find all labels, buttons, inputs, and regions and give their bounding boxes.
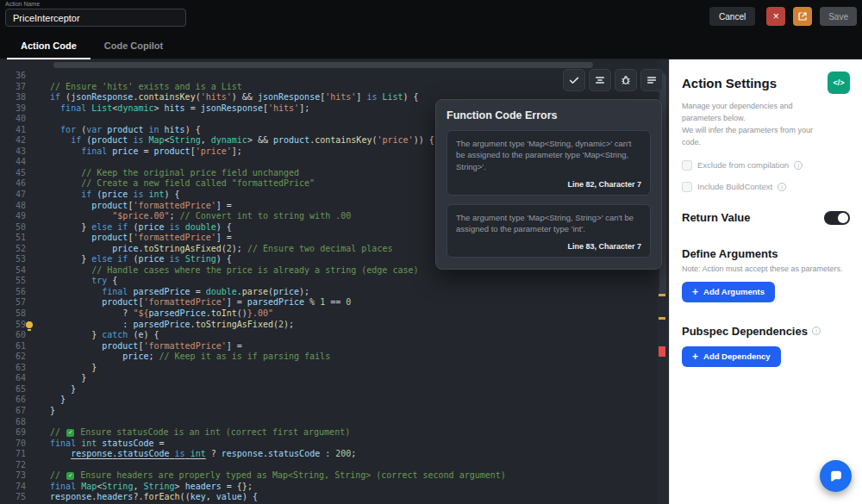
code-line[interactable]: 73 // ✓ Ensure headers are properly type… — [0, 470, 657, 482]
add-arguments-button[interactable]: + Add Arguments — [682, 282, 775, 302]
line-number[interactable]: 36 — [0, 71, 40, 82]
line-number[interactable]: 63 — [0, 363, 40, 374]
error-marker — [659, 346, 665, 357]
chat-support-button[interactable] — [820, 460, 852, 492]
line-number[interactable]: 67 — [0, 406, 40, 417]
return-value-toggle[interactable] — [824, 211, 850, 225]
editor-toolbar — [563, 69, 663, 91]
code-line[interactable]: 58 ? "${parsedPrice.toInt()}.00" — [0, 308, 657, 320]
wrap-lines-button[interactable] — [640, 69, 663, 91]
action-settings-panel: Action Settings </> Manage your dependen… — [669, 59, 862, 504]
line-number[interactable]: 66 — [0, 395, 40, 406]
line-number[interactable]: 73 — [0, 470, 40, 482]
line-number[interactable]: 54 — [0, 265, 40, 277]
line-number[interactable]: 56 — [0, 287, 40, 298]
topbar: Action Name Cancel × Save — [0, 0, 862, 33]
export-action-button[interactable] — [793, 7, 812, 26]
line-number[interactable]: 51 — [0, 233, 40, 244]
horizontal-scrollbar[interactable] — [53, 62, 593, 68]
save-button[interactable]: Save — [820, 7, 857, 26]
line-number[interactable]: 70 — [0, 439, 40, 450]
action-name-input[interactable] — [5, 9, 186, 27]
line-number[interactable]: 64 — [0, 373, 40, 384]
error-card[interactable]: The argument type 'Map<String, dynamic>'… — [447, 130, 651, 196]
code-line[interactable]: 67 } — [0, 406, 657, 417]
code-line[interactable]: 61 product['formattedPrice'] = — [0, 341, 657, 352]
code-line[interactable]: 63 } — [0, 363, 657, 374]
add-dependency-button[interactable]: + Add Dependency — [682, 346, 781, 367]
line-number[interactable]: 46 — [0, 178, 40, 190]
code-line[interactable]: 70 final int statusCode = — [0, 439, 657, 450]
line-number[interactable]: 59 — [0, 320, 40, 331]
line-number[interactable]: 37 — [0, 82, 40, 93]
line-number[interactable]: 48 — [0, 201, 40, 212]
quick-fix-lightbulb-icon[interactable] — [26, 321, 33, 328]
error-message: The argument type 'Map<String, dynamic>'… — [456, 138, 641, 172]
line-number[interactable]: 47 — [0, 190, 40, 201]
error-location: Line 83, Character 7 — [456, 242, 641, 251]
line-number[interactable]: 57 — [0, 297, 40, 308]
code-line[interactable]: 59 : parsedPrice.toStringAsFixed(2); — [0, 320, 657, 331]
line-number[interactable]: 53 — [0, 254, 40, 265]
line-number[interactable]: 40 — [0, 114, 40, 125]
code-line[interactable]: 37 // Ensure 'hits' exists and is a List — [0, 82, 657, 93]
line-number[interactable]: 72 — [0, 460, 40, 471]
line-number[interactable]: 62 — [0, 352, 40, 363]
line-number[interactable]: 52 — [0, 244, 40, 255]
code-line[interactable]: 75 response.headers?.forEach((key, value… — [0, 492, 657, 503]
code-line[interactable]: 72 — [0, 460, 657, 471]
code-line[interactable]: 56 final parsedPrice = double.parse(pric… — [0, 287, 657, 298]
code-line[interactable]: 36 — [0, 71, 657, 82]
line-number[interactable]: 50 — [0, 222, 40, 233]
line-number[interactable]: 44 — [0, 157, 40, 168]
code-icon: </> — [833, 78, 844, 87]
view-code-button[interactable]: </> — [828, 72, 850, 94]
checkbox-icon[interactable] — [682, 182, 692, 192]
code-line[interactable]: 62 price; // Keep it as is if parsing fa… — [0, 352, 657, 363]
checkbox-include-buildcontext[interactable]: Include BuildContext i — [682, 182, 850, 192]
checkbox-exclude-from-compilation[interactable]: Exclude from compilation i — [682, 160, 850, 171]
line-number[interactable]: 55 — [0, 276, 40, 287]
code-line[interactable]: 65 } — [0, 384, 657, 395]
line-number[interactable]: 75 — [0, 492, 40, 503]
line-number[interactable]: 42 — [0, 135, 40, 146]
tab-action-code[interactable]: Action Code — [7, 33, 91, 59]
line-number[interactable]: 71 — [0, 449, 40, 460]
define-arguments-note: Note: Action must accept these as parame… — [682, 264, 850, 273]
code-line[interactable]: 74 final Map<String, String> headers = {… — [0, 482, 657, 493]
debug-button[interactable] — [615, 69, 637, 91]
toggle-knob — [838, 213, 848, 223]
code-editor[interactable]: 3637 // Ensure 'hits' exists and is a Li… — [0, 59, 669, 504]
code-line[interactable]: 64 } — [0, 373, 657, 384]
code-line[interactable]: 69 // ✓ Ensure statusCode is an int (cor… — [0, 427, 657, 439]
code-line[interactable]: 57 product['formattedPrice'] = parsedPri… — [0, 297, 657, 308]
line-number[interactable]: 65 — [0, 384, 40, 395]
line-number[interactable]: 58 — [0, 308, 40, 320]
line-number[interactable]: 39 — [0, 103, 40, 115]
line-number[interactable]: 45 — [0, 168, 40, 179]
line-number[interactable]: 69 — [0, 427, 40, 439]
format-code-button[interactable] — [589, 69, 611, 91]
return-value-label: Return Value — [682, 211, 750, 224]
line-number[interactable]: 41 — [0, 125, 40, 136]
line-number[interactable]: 43 — [0, 146, 40, 158]
line-number[interactable]: 60 — [0, 330, 40, 341]
function-code-errors-panel: Function Code Errors The argument type '… — [435, 99, 662, 270]
code-line[interactable]: 66 } — [0, 395, 657, 406]
info-icon: i — [794, 161, 803, 170]
line-number[interactable]: 74 — [0, 482, 40, 493]
line-number[interactable]: 61 — [0, 341, 40, 352]
validate-code-button[interactable] — [563, 69, 585, 91]
code-line[interactable]: 55 try { — [0, 276, 657, 287]
tab-code-copilot[interactable]: Code Copilot — [91, 33, 177, 59]
delete-action-button[interactable]: × — [766, 7, 785, 26]
cancel-button[interactable]: Cancel — [709, 7, 755, 26]
line-number[interactable]: 38 — [0, 92, 40, 103]
error-card[interactable]: The argument type 'Map<String, String>' … — [447, 204, 651, 258]
code-line[interactable]: 68 — [0, 417, 657, 428]
line-number[interactable]: 49 — [0, 211, 40, 222]
code-line[interactable]: 60 } catch (e) { — [0, 330, 657, 341]
line-number[interactable]: 68 — [0, 417, 40, 428]
checkbox-icon[interactable] — [682, 160, 692, 171]
code-line[interactable]: 71 response.statusCode is int ? response… — [0, 449, 657, 460]
